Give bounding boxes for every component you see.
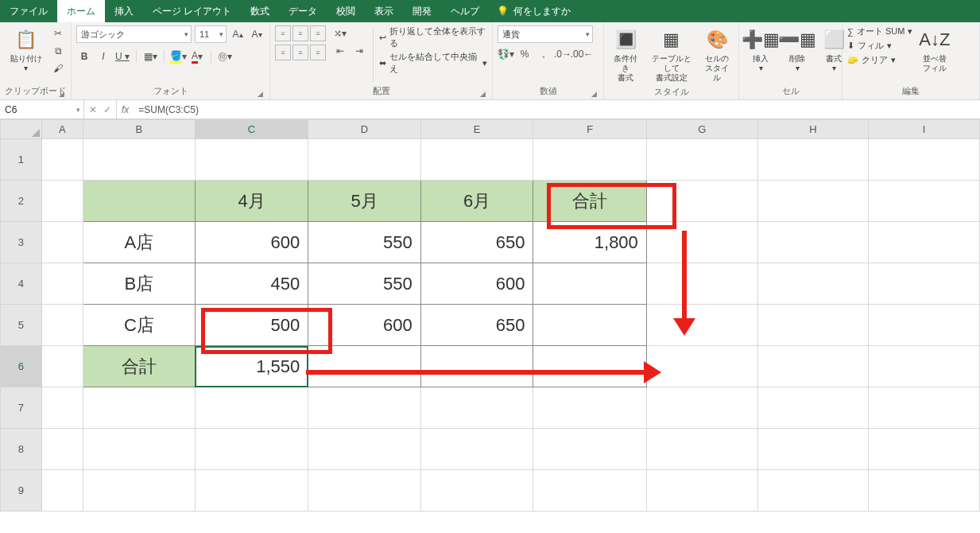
accounting-format-button[interactable]: 💱▾ [498, 46, 513, 62]
alignment-launcher[interactable]: ◢ [480, 90, 486, 98]
cell-D5[interactable]: 600 [308, 305, 421, 346]
cell-G7[interactable] [646, 387, 757, 429]
decrease-font-button[interactable]: A▾ [249, 26, 265, 42]
cancel-formula-button[interactable]: ✕ [89, 104, 97, 115]
align-top-button[interactable]: ≡ [275, 25, 291, 41]
row-header-7[interactable]: 7 [1, 387, 42, 429]
font-name-combo[interactable]: 游ゴシック [76, 25, 192, 43]
bold-button[interactable]: B [76, 49, 92, 64]
align-center-button[interactable]: ≡ [292, 45, 308, 60]
cell-B8[interactable] [83, 429, 196, 470]
tab-file[interactable]: ファイル [0, 0, 57, 22]
conditional-formatting-button[interactable]: 🔳条件付き 書式 [609, 25, 642, 84]
cell-I8[interactable] [869, 429, 980, 470]
cell-G4[interactable] [646, 263, 757, 305]
cell-A3[interactable] [41, 222, 83, 263]
cell-F5[interactable] [533, 305, 646, 346]
cell-C6[interactable]: 1,550 [195, 346, 308, 387]
cell-I1[interactable] [869, 139, 980, 181]
cell-G1[interactable] [646, 139, 757, 181]
percent-button[interactable]: % [517, 46, 533, 62]
cell-A9[interactable] [41, 470, 83, 512]
number-format-combo[interactable]: 通貨 [498, 25, 593, 43]
cell-H1[interactable] [757, 139, 869, 181]
cell-I4[interactable] [869, 263, 980, 305]
cell-F4[interactable] [533, 263, 646, 305]
paste-button[interactable]: 📋 貼り付け ▾ [5, 25, 47, 75]
spreadsheet-grid[interactable]: ABCDEFGHI124月5月6月合計3A店6005506501,8004B店4… [0, 119, 980, 512]
decrease-decimal-button[interactable]: .00← [574, 46, 590, 62]
cell-I7[interactable] [869, 387, 980, 429]
cell-I9[interactable] [869, 470, 980, 512]
borders-button[interactable]: ▦▾ [142, 49, 158, 64]
cell-A8[interactable] [41, 429, 83, 470]
cell-B4[interactable]: B店 [83, 263, 196, 305]
fx-icon[interactable]: fx [117, 100, 134, 119]
cell-B3[interactable]: A店 [83, 222, 196, 263]
cell-G5[interactable] [646, 305, 757, 346]
col-header-A[interactable]: A [41, 120, 83, 139]
formula-input[interactable]: =SUM(C3:C5) [134, 100, 980, 119]
copy-button[interactable]: ⧉ [50, 43, 66, 59]
row-header-9[interactable]: 9 [1, 470, 42, 512]
cell-G2[interactable] [646, 181, 757, 222]
tab-formulas[interactable]: 数式 [241, 0, 279, 22]
increase-decimal-button[interactable]: .0→ [555, 46, 571, 62]
cell-E7[interactable] [420, 387, 533, 429]
cell-D6[interactable] [308, 346, 421, 387]
cell-B6[interactable]: 合計 [83, 346, 196, 387]
col-header-I[interactable]: I [869, 120, 980, 139]
font-size-combo[interactable]: 11 [195, 25, 227, 43]
clear-button[interactable]: 🧽クリア ▾ [847, 54, 912, 66]
col-header-E[interactable]: E [420, 120, 533, 139]
cell-B5[interactable]: C店 [83, 305, 196, 346]
cell-H2[interactable] [757, 181, 869, 222]
cell-A7[interactable] [41, 387, 83, 429]
fill-button[interactable]: ⬇フィル ▾ [847, 40, 912, 52]
cell-C3[interactable]: 600 [195, 222, 308, 263]
cell-F8[interactable] [533, 429, 646, 470]
format-as-table-button[interactable]: ▦テーブルとして 書式設定 [645, 25, 697, 84]
cell-E2[interactable]: 6月 [420, 181, 533, 222]
tab-view[interactable]: 表示 [365, 0, 403, 22]
orientation-button[interactable]: ⤭▾ [332, 25, 348, 41]
cell-I6[interactable] [869, 346, 980, 387]
cell-C8[interactable] [195, 429, 308, 470]
enter-formula-button[interactable]: ✓ [103, 104, 111, 115]
tell-me-search[interactable]: 💡 何をしますか [489, 0, 579, 22]
align-bottom-button[interactable]: ≡ [310, 25, 326, 41]
cell-F1[interactable] [533, 139, 646, 181]
cell-D2[interactable]: 5月 [308, 181, 421, 222]
cell-H8[interactable] [757, 429, 869, 470]
cell-F9[interactable] [533, 470, 646, 512]
tab-review[interactable]: 校閲 [327, 0, 365, 22]
cell-I2[interactable] [869, 181, 980, 222]
row-header-2[interactable]: 2 [1, 181, 42, 222]
italic-button[interactable]: I [95, 49, 111, 64]
tab-data[interactable]: データ [279, 0, 327, 22]
cell-A5[interactable] [41, 305, 83, 346]
row-header-8[interactable]: 8 [1, 429, 42, 470]
cell-I3[interactable] [869, 222, 980, 263]
cell-I5[interactable] [869, 305, 980, 346]
col-header-G[interactable]: G [646, 120, 757, 139]
cell-B2[interactable] [83, 181, 196, 222]
cell-H6[interactable] [757, 346, 869, 387]
cell-E1[interactable] [420, 139, 533, 181]
cell-F3[interactable]: 1,800 [533, 222, 646, 263]
col-header-B[interactable]: B [83, 120, 196, 139]
cell-E8[interactable] [420, 429, 533, 470]
cell-G8[interactable] [646, 429, 757, 470]
select-all-corner[interactable] [1, 120, 42, 139]
format-painter-button[interactable]: 🖌 [50, 60, 66, 76]
cell-G3[interactable] [646, 222, 757, 263]
cell-C9[interactable] [195, 470, 308, 512]
tab-developer[interactable]: 開発 [403, 0, 441, 22]
row-header-4[interactable]: 4 [1, 263, 42, 305]
insert-cells-button[interactable]: ➕▦挿入▾ [744, 25, 777, 75]
cell-H9[interactable] [757, 470, 869, 512]
cell-B7[interactable] [83, 387, 196, 429]
cell-C1[interactable] [195, 139, 308, 181]
cell-B9[interactable] [83, 470, 196, 512]
cell-A6[interactable] [41, 346, 83, 387]
